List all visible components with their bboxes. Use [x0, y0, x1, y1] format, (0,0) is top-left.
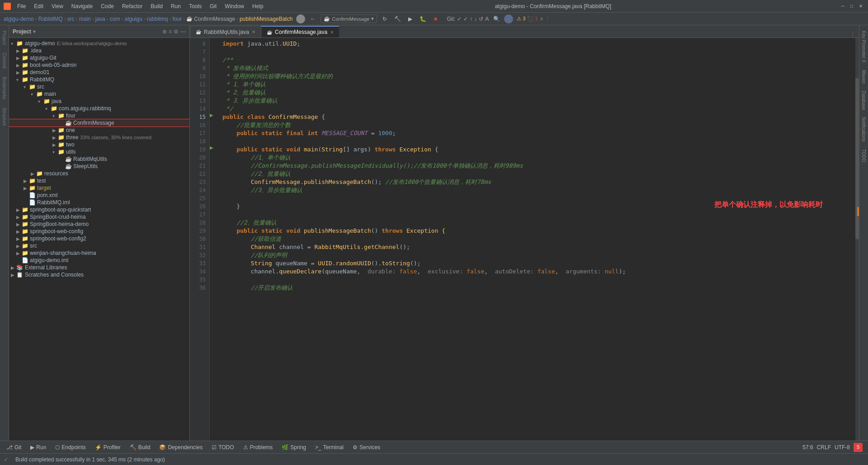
expand-arrow[interactable]: ▾ [11, 41, 16, 46]
stop-button[interactable]: ■ [430, 14, 440, 24]
tree-item-src[interactable]: ▾ 📁 src [9, 83, 189, 90]
bottom-tab-git[interactable]: ⎇ Git [2, 442, 26, 452]
tree-item-springboot-crud[interactable]: ▶ 📁 SpringBoot-crud-heima [9, 213, 189, 221]
tree-item-boot-web[interactable]: ▶ 📁 boot-web-05-admin [9, 61, 189, 69]
notifications-icon[interactable]: Notifications [860, 113, 867, 145]
expand-arrow[interactable]: ▶ [16, 63, 22, 68]
expand-arrow[interactable]: ▶ [16, 56, 22, 61]
tree-item-idea[interactable]: ▶ 📁 .idea [9, 47, 189, 54]
tree-item-springboot-web[interactable]: ▶ 📁 springboot-web-config [9, 228, 189, 235]
breadcrumb-com[interactable]: com [110, 16, 120, 22]
bottom-tab-run[interactable]: ▶ Run [26, 442, 51, 452]
tree-item-src2[interactable]: ▶ 📁 src [9, 242, 189, 249]
menu-edit[interactable]: Edit [30, 2, 47, 10]
expand-arrow[interactable]: ▶ [16, 236, 22, 241]
bottom-tab-spring[interactable]: 🌿 Spring [277, 442, 311, 452]
git-update[interactable]: ↓ [474, 16, 477, 22]
database-icon[interactable]: Database [860, 87, 867, 114]
run-all-button[interactable]: ▶ [405, 14, 415, 24]
breadcrumb-atguigu[interactable]: atguigu [124, 16, 142, 22]
menu-code[interactable]: Code [97, 2, 118, 10]
tree-item-rabbitmqutils[interactable]: ▶ ☕ RabbitMqUtils [9, 155, 189, 163]
expand-arrow[interactable]: ▶ [24, 178, 29, 183]
tree-item-rabbitmq[interactable]: ▾ 📁 RabbitMQ [9, 76, 189, 83]
expand-arrow[interactable]: ▶ [16, 207, 22, 212]
bookmarks-icon[interactable]: Bookmarks [2, 73, 7, 103]
git-rollback[interactable]: ↺ [479, 16, 483, 22]
maven-icon[interactable]: Maven [860, 66, 867, 87]
expand-arrow[interactable]: ▾ [31, 92, 36, 97]
run-gutter-15[interactable]: ▶ [210, 111, 217, 119]
breadcrumb-src[interactable]: src [67, 16, 75, 22]
build-button[interactable]: 🔨 [392, 14, 402, 24]
back-button[interactable]: ← [308, 14, 318, 24]
tree-item-four[interactable]: ▾ 📁 four [9, 112, 189, 119]
bottom-tab-profiler[interactable]: ⚡ Profiler [90, 442, 125, 452]
menu-build[interactable]: Build [147, 2, 166, 10]
tree-item-atgigu-iml[interactable]: ▶ 📄 atgigu-demo.iml [9, 257, 189, 264]
class-selector[interactable]: ☕ ConfirmMessage ▾ [321, 14, 377, 23]
menu-run[interactable]: Run [167, 2, 184, 10]
expand-arrow[interactable]: ▾ [52, 113, 58, 118]
tree-item-one[interactable]: ▶ 📁 one [9, 127, 189, 134]
tab-options-button[interactable]: ⋮ [850, 32, 855, 38]
git-check-3[interactable]: ↑ [470, 16, 472, 22]
bottom-tab-problems[interactable]: ⚠ Problems [239, 442, 278, 452]
close-button[interactable]: ✕ [857, 3, 864, 10]
expand-arrow[interactable]: ▶ [52, 142, 58, 147]
sidebar-dropdown-arrow[interactable]: ▾ [33, 28, 36, 35]
tree-item-springboot-web2[interactable]: ▶ 📁 springboot-web-config2 [9, 235, 189, 242]
tree-item-springboot-aop[interactable]: ▶ 📁 springboot-aop-quickstart [9, 206, 189, 213]
tree-item-utils[interactable]: ▾ 📁 utils [9, 148, 189, 155]
tab-rabbitmqutils[interactable]: ☕ RabbitMqUtils.java ✕ [190, 26, 261, 38]
tree-item-scratches[interactable]: ▶ 📋 Scratches and Consoles [9, 271, 189, 278]
git-translate[interactable]: A [485, 16, 489, 22]
tab-confirmmessage[interactable]: ☕ ConfirmMessage.java ✕ [261, 26, 339, 38]
expand-arrow[interactable]: ▾ [24, 85, 29, 89]
tab-close-button[interactable]: ✕ [252, 29, 255, 34]
expand-arrow[interactable]: ▾ [16, 77, 22, 82]
avatar-button[interactable] [504, 14, 513, 23]
bottom-tab-dependencies[interactable]: 📦 Dependencies [155, 442, 207, 452]
menu-view[interactable]: View [48, 2, 67, 10]
expand-warnings[interactable]: ∧ [540, 16, 543, 22]
bottom-tab-terminal[interactable]: >_ Terminal [311, 442, 348, 452]
commit-icon[interactable]: Commit [2, 49, 7, 72]
tree-item-root[interactable]: ▾ 📁 atgigu-demo E:\idea-workspace\atgigu… [9, 40, 189, 47]
expand-arrow[interactable]: ▶ [24, 186, 29, 191]
expand-arrow[interactable]: ▶ [52, 128, 58, 133]
menu-git[interactable]: Git [206, 2, 220, 10]
structure-icon[interactable]: Structure [2, 104, 7, 130]
tree-item-java[interactable]: ▾ 📁 java [9, 98, 189, 105]
breadcrumb-rabbitmq[interactable]: RabbitMQ [38, 16, 63, 22]
expand-arrow[interactable]: ▾ [45, 106, 51, 111]
tree-item-two[interactable]: ▶ 📁 two [9, 141, 189, 148]
bottom-tab-services[interactable]: ⚙ Services [348, 442, 385, 452]
tree-item-target[interactable]: ▶ 📁 target [9, 184, 189, 192]
tree-item-wenjian[interactable]: ▶ 📁 wenjian-shangchuan-heima [9, 249, 189, 257]
menu-file[interactable]: File [14, 2, 29, 10]
tree-item-external-libs[interactable]: ▶ 📚 External Libraries [9, 264, 189, 271]
menu-help[interactable]: Help [249, 2, 267, 10]
expand-arrow[interactable]: ▶ [31, 171, 36, 176]
sidebar-minimize-btn[interactable]: — [180, 28, 186, 35]
tree-item-main[interactable]: ▾ 📁 main [9, 90, 189, 98]
bottom-tab-endpoints[interactable]: ⬡ Endpoints [51, 442, 90, 452]
menu-window[interactable]: Window [221, 2, 248, 10]
collapse-warnings[interactable]: ⋮ [545, 16, 550, 22]
tree-item-test[interactable]: ▶ 📁 test [9, 177, 189, 184]
sidebar-scope-btn[interactable]: ⊕ [162, 28, 167, 35]
tree-item-three[interactable]: ▶ 📁 three 33% classes, 30% lines covered [9, 134, 189, 141]
bottom-tab-build[interactable]: 🔨 Build [125, 442, 155, 452]
git-check-2[interactable]: ✓ [463, 16, 468, 22]
search-button[interactable]: 🔍 [491, 14, 501, 24]
tree-item-sleeputils[interactable]: ▶ ☕ SleepUtils [9, 163, 189, 170]
tree-item-springboot-heima[interactable]: ▶ 📁 SpringBoot-heima-demo [9, 221, 189, 228]
maximize-button[interactable]: □ [848, 3, 855, 10]
sidebar-collapse-btn[interactable]: ≡ [169, 28, 172, 35]
expand-arrow[interactable]: ▾ [52, 150, 58, 155]
sentry-icon[interactable]: S [854, 443, 863, 452]
run-gutter-19[interactable]: ▶ [210, 144, 217, 152]
tree-item-com-atguigu[interactable]: ▾ 📁 com.atguigu.rabbitmq [9, 105, 189, 112]
breadcrumb-main[interactable]: main [79, 16, 91, 22]
